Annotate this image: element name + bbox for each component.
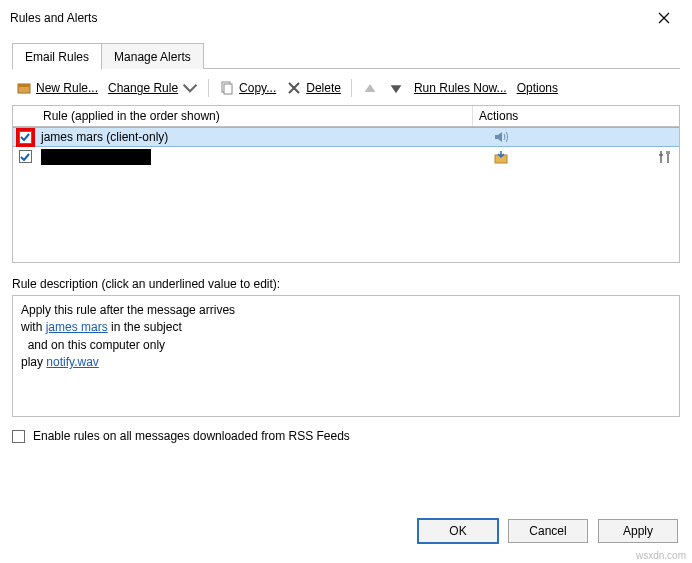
check-icon [20,152,30,162]
rule-checkbox[interactable] [19,150,32,163]
rss-checkbox[interactable] [12,430,25,443]
desc-line: and on this computer only [21,337,671,354]
toolbar: New Rule... Change Rule Copy... Delete R… [12,75,680,105]
highlighted-checkbox [16,128,35,147]
rss-label: Enable rules on all messages downloaded … [33,429,350,443]
move-up-button[interactable] [362,80,378,96]
sound-icon [493,129,509,145]
close-button[interactable] [644,6,684,30]
tab-manage-alerts[interactable]: Manage Alerts [101,43,204,69]
dialog-buttons: OK Cancel Apply [418,519,678,543]
move-down-button[interactable] [388,80,404,96]
apply-button[interactable]: Apply [598,519,678,543]
change-rule-button[interactable]: Change Rule [108,80,198,96]
ok-button[interactable]: OK [418,519,498,543]
copy-button[interactable]: Copy... [219,80,276,96]
rule-row[interactable] [13,147,679,167]
description-label: Rule description (click an underlined va… [12,277,680,291]
cancel-button[interactable]: Cancel [508,519,588,543]
svg-rect-5 [666,151,670,154]
check-icon [20,132,30,142]
move-to-folder-icon [493,149,509,165]
description-box: Apply this rule after the message arrive… [12,295,680,417]
separator [351,79,352,97]
dropdown-icon [182,80,198,96]
delete-icon [286,80,302,96]
desc-line: Apply this rule after the message arrive… [21,302,671,319]
separator [208,79,209,97]
tab-strip: Email Rules Manage Alerts [12,42,680,69]
svg-rect-3 [224,84,232,94]
rule-checkbox[interactable] [19,131,32,144]
desc-line: with james mars in the subject [21,319,671,336]
watermark: wsxdn.com [636,550,686,561]
run-rules-button[interactable]: Run Rules Now... [414,81,507,95]
tools-icon [657,149,673,165]
rule-row[interactable]: james mars (client-only) [13,127,679,147]
options-button[interactable]: Options [517,81,558,95]
close-icon [658,12,670,24]
rule-name: james mars (client-only) [41,130,168,144]
window-title: Rules and Alerts [10,11,97,25]
delete-button[interactable]: Delete [286,80,341,96]
rules-body[interactable]: james mars (client-only) [13,127,679,262]
column-header-rule[interactable]: Rule (applied in the order shown) [37,106,473,126]
column-header-actions[interactable]: Actions [473,106,679,126]
svg-rect-1 [18,84,30,87]
new-rule-icon [16,80,32,96]
tab-email-rules[interactable]: Email Rules [12,43,102,70]
new-rule-button[interactable]: New Rule... [16,80,98,96]
triangle-down-icon [388,80,404,96]
title-bar: Rules and Alerts [0,0,692,36]
triangle-up-icon [362,80,378,96]
desc-line: play notify.wav [21,354,671,371]
rules-list: Rule (applied in the order shown) Action… [12,105,680,263]
desc-link-sound[interactable]: notify.wav [46,355,98,369]
redacted-rule-name [41,149,151,165]
rss-option[interactable]: Enable rules on all messages downloaded … [12,429,680,443]
desc-link-subject[interactable]: james mars [46,320,108,334]
copy-icon [219,80,235,96]
rules-header: Rule (applied in the order shown) Action… [13,106,679,127]
